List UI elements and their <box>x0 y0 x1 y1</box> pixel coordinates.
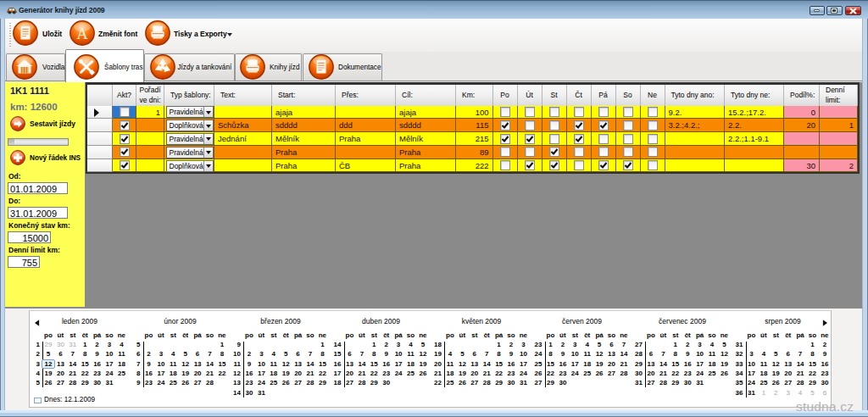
svg-text:A: A <box>76 25 88 42</box>
